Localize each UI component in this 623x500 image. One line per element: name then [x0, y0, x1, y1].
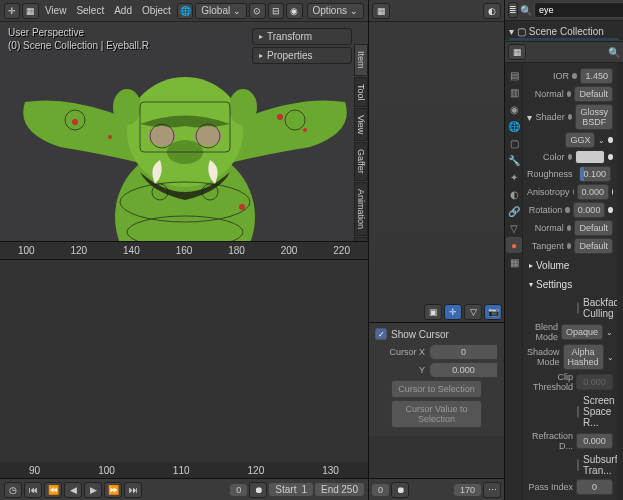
orientation-select[interactable]: Global ⌄ [195, 3, 247, 19]
socket-dot[interactable] [573, 189, 574, 195]
transform-panel-header[interactable]: Transform [252, 28, 352, 45]
frame-field[interactable]: 0 [372, 484, 389, 496]
socket-dot[interactable] [567, 243, 572, 249]
cursor-to-selection-button[interactable]: Cursor to Selection [391, 380, 482, 398]
viewport-3d[interactable]: User Perspective (0) Scene Collection | … [0, 22, 368, 241]
scene-collection-item[interactable]: Scene Collection [529, 26, 604, 37]
shading-icon[interactable]: ◐ [483, 3, 501, 19]
outliner[interactable]: ▾ ▢Scene Collection ▾ ▣Collection 1 ✓👁▢ … [505, 21, 623, 40]
blend-field[interactable]: Opaque [561, 324, 603, 340]
mode-icon[interactable]: ▦ [22, 3, 38, 19]
tab-item[interactable]: Item [354, 44, 368, 76]
pivot-icon[interactable]: ⊙ [249, 3, 265, 19]
properties-panel-header[interactable]: Properties [252, 47, 352, 64]
socket-dot[interactable] [565, 207, 570, 213]
socket-dot[interactable] [572, 73, 577, 79]
editor-type-icon[interactable]: ◷ [4, 482, 22, 498]
graph-editor[interactable]: 90100 110120 130 [0, 259, 368, 479]
socket-dot[interactable] [568, 154, 573, 160]
menu-view[interactable]: View [41, 5, 71, 16]
pass-field[interactable]: 0 [576, 479, 613, 495]
tab-view[interactable]: View [354, 108, 368, 141]
link-dot[interactable] [608, 137, 613, 143]
gizmo-select-icon[interactable]: ▣ [424, 304, 442, 320]
tab-texture[interactable]: ▦ [506, 254, 522, 270]
volume-header[interactable]: Volume [527, 256, 613, 275]
refraction-field[interactable]: 0.000 [576, 433, 613, 449]
normal-field[interactable]: Default [574, 86, 613, 102]
tab-output[interactable]: ▥ [506, 84, 522, 100]
ssr-checkbox[interactable] [577, 406, 579, 418]
secondary-viewport[interactable]: ▣ ✛ ▽ 📷 [369, 22, 504, 322]
rec-icon[interactable]: ⏺ [391, 482, 409, 498]
cursor-icon[interactable]: ✛ [4, 3, 20, 19]
outliner-search[interactable] [534, 2, 623, 18]
more-icon[interactable]: ⋯ [483, 482, 501, 498]
timeline-ruler[interactable]: 100120140 160180200 220 [0, 241, 368, 259]
link-dot[interactable] [608, 207, 613, 213]
rotation-field[interactable]: 0.000 [573, 202, 606, 218]
tab-physics[interactable]: ◐ [506, 186, 522, 202]
tab-constraint[interactable]: 🔗 [506, 203, 522, 219]
tab-gaffer[interactable]: Gaffer [354, 142, 368, 181]
cursor-y-field[interactable]: 0.000 [429, 362, 498, 378]
tab-data[interactable]: ▽ [506, 220, 522, 236]
keyframe-prev-icon[interactable]: ⏪ [44, 482, 62, 498]
distribution-field[interactable]: GGX [565, 132, 595, 148]
orientation-icon[interactable]: 🌐 [177, 3, 193, 19]
start-frame[interactable]: Start 1 [269, 483, 313, 496]
shadow-field[interactable]: Alpha Hashed [563, 344, 604, 370]
normal2-field[interactable]: Default [574, 220, 613, 236]
link-dot[interactable] [608, 154, 613, 160]
snap-icon[interactable]: ⊟ [268, 3, 284, 19]
show-cursor-checkbox[interactable]: ✓ [375, 328, 387, 340]
gizmo-filter-icon[interactable]: ▽ [464, 304, 482, 320]
proportional-icon[interactable]: ◉ [286, 3, 302, 19]
tab-world[interactable]: 🌐 [506, 118, 522, 134]
options-button[interactable]: Options ⌄ [307, 3, 364, 19]
aniso-field[interactable]: 0.000 [577, 184, 610, 200]
play-icon[interactable]: ▶ [84, 482, 102, 498]
roughness-field[interactable]: 0.100 [579, 166, 612, 182]
tab-render[interactable]: ▤ [506, 67, 522, 83]
tangent-field[interactable]: Default [574, 238, 613, 254]
aniso-label: Anisotropy [527, 187, 570, 197]
tab-animation[interactable]: Animation [354, 182, 368, 236]
scrollbar[interactable] [617, 63, 623, 500]
end-frame[interactable]: End 250 [315, 483, 364, 496]
ior-field[interactable]: 1.450 [580, 68, 613, 84]
play-reverse-icon[interactable]: ◀ [64, 482, 82, 498]
sss-checkbox[interactable] [577, 459, 579, 471]
outliner-icon[interactable]: ≣ [508, 2, 518, 18]
socket-dot[interactable] [567, 225, 572, 231]
gizmo-cursor-icon[interactable]: ✛ [444, 304, 462, 320]
gizmo-camera-icon[interactable]: 📷 [484, 304, 502, 320]
color-swatch[interactable] [575, 150, 605, 164]
props-editor-icon[interactable]: ▦ [508, 44, 526, 60]
socket-dot[interactable] [568, 114, 573, 120]
range-field[interactable]: 170 [454, 484, 481, 496]
tab-tool[interactable]: Tool [354, 77, 368, 108]
tab-arp[interactable]: ARP [354, 237, 368, 240]
tab-material[interactable]: ● [506, 237, 522, 253]
menu-select[interactable]: Select [72, 5, 108, 16]
autokey-icon[interactable]: ⏺ [249, 482, 267, 498]
current-frame[interactable]: 0 [230, 484, 247, 496]
backface-checkbox[interactable] [577, 302, 579, 314]
editor-icon[interactable]: ▦ [372, 3, 390, 19]
cursor-x-field[interactable]: 0 [429, 344, 498, 360]
jump-start-icon[interactable]: ⏮ [24, 482, 42, 498]
menu-object[interactable]: Object [138, 5, 175, 16]
socket-dot[interactable] [567, 91, 572, 97]
tab-particles[interactable]: ✦ [506, 169, 522, 185]
menu-add[interactable]: Add [110, 5, 136, 16]
tab-modifier[interactable]: 🔧 [506, 152, 522, 168]
settings-header[interactable]: Settings [527, 275, 613, 294]
shader-field[interactable]: Glossy BSDF [575, 104, 613, 130]
link-dot[interactable] [612, 189, 613, 195]
jump-end-icon[interactable]: ⏭ [124, 482, 142, 498]
cursor-value-to-selection-button[interactable]: Cursor Value to Selection [391, 400, 482, 428]
keyframe-next-icon[interactable]: ⏩ [104, 482, 122, 498]
tab-scene[interactable]: ◉ [506, 101, 522, 117]
tab-object[interactable]: ▢ [506, 135, 522, 151]
